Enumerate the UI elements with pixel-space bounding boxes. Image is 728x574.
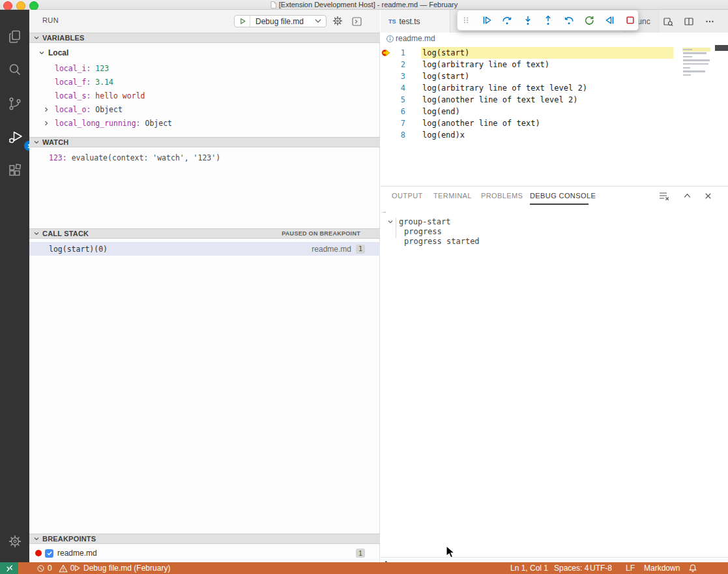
line-text[interactable]: log(another line of text) <box>422 117 540 129</box>
watch-expression-row[interactable]: 123: evaluate(context: 'watch', '123') <box>29 152 380 164</box>
code-line[interactable]: 6 log(end) <box>381 106 728 117</box>
continue-button[interactable] <box>482 15 492 25</box>
problems-status[interactable]: 0 0 <box>36 562 74 574</box>
open-debug-console-button[interactable] <box>351 16 362 26</box>
step-out-button[interactable] <box>543 15 553 25</box>
code-line[interactable]: 4 log(arbitrary line of text level 2) <box>381 82 728 94</box>
line-text[interactable]: log(arbitrary line of text level 2) <box>422 82 587 94</box>
variable-row[interactable]: local_long_running: Object <box>29 116 380 130</box>
eol-status[interactable]: LF <box>626 562 635 574</box>
launch-config-dropdown[interactable]: Debug file.md <box>234 15 327 27</box>
language-label: Markdown <box>644 562 680 574</box>
code-line[interactable]: 5 log(another line of text level 2) <box>381 94 728 106</box>
watch-section-header[interactable]: WATCH <box>29 137 380 147</box>
maximize-panel-button[interactable] <box>681 190 693 202</box>
tab-problems[interactable]: PROBLEMS <box>481 192 523 200</box>
step-back-button[interactable] <box>564 15 574 25</box>
line-number[interactable]: 7 <box>383 117 405 129</box>
minimap[interactable] <box>682 48 710 78</box>
console-row[interactable]: progress started <box>381 237 728 247</box>
line-text[interactable]: log(start) <box>422 70 469 82</box>
window-title: [Extension Development Host] - readme.md… <box>279 1 458 8</box>
editor-group: TS test.ts launc <box>381 10 728 562</box>
breakpoint-row[interactable]: readme.md 1 <box>29 547 380 559</box>
cursor-position-status[interactable]: Ln 1, Col 1 <box>510 562 548 574</box>
editor-scrollbar-thumb[interactable] <box>715 45 728 51</box>
code-line[interactable]: 1 log(start) <box>381 47 728 59</box>
clear-console-icon <box>658 190 669 202</box>
section-label: BREAKPOINTS <box>42 535 96 543</box>
line-number[interactable]: 6 <box>383 106 405 117</box>
start-debug-button[interactable] <box>235 16 250 27</box>
variable-row[interactable]: local_s: hello world <box>29 89 380 102</box>
code-line[interactable]: 7 log(another line of text) <box>381 117 728 129</box>
line-number[interactable]: 5 <box>383 94 405 106</box>
code-line[interactable]: 2 log(arbitrary line of text) <box>381 59 728 70</box>
sidebar-item-source-control[interactable] <box>7 95 23 112</box>
variable-row[interactable]: local_i: 123 <box>29 61 380 75</box>
split-editor-button[interactable] <box>682 14 696 29</box>
variables-section-header[interactable]: VARIABLES <box>29 33 380 43</box>
line-text[interactable]: log(arbitrary line of text) <box>422 59 549 70</box>
manage-settings-button[interactable] <box>7 533 23 550</box>
line-text[interactable]: log(end)x <box>422 129 465 141</box>
stack-frame-label: log(start)(0) <box>49 245 108 254</box>
chevron-down-icon <box>39 50 44 55</box>
step-over-button[interactable] <box>502 15 512 25</box>
line-number[interactable]: 4 <box>383 82 405 94</box>
tab-output[interactable]: OUTPUT <box>392 192 423 200</box>
variable-row[interactable]: local_f: 3.14 <box>29 75 380 89</box>
remote-indicator[interactable] <box>0 562 18 574</box>
breadcrumb[interactable]: readme.md <box>381 33 728 44</box>
sidebar-item-run-and-debug[interactable]: 1 <box>7 129 23 146</box>
tab-test-ts[interactable]: TS test.ts <box>381 10 450 33</box>
stack-frame-row[interactable]: log(start)(0) readme.md 1 <box>29 242 380 256</box>
language-mode-status[interactable]: Markdown <box>644 562 680 574</box>
call-stack-section-header[interactable]: CALL STACK PAUSED ON BREAKPOINT <box>29 228 380 239</box>
scope-local[interactable]: Local <box>29 46 380 59</box>
line-text[interactable]: log(another line of text level 2) <box>422 94 577 106</box>
code-line[interactable]: 3 log(start) <box>381 70 728 82</box>
variable-value: Object <box>145 119 173 128</box>
chevron-down-icon <box>34 35 39 40</box>
stop-button[interactable] <box>625 15 635 25</box>
tab-terminal[interactable]: TERMINAL <box>433 192 472 200</box>
indentation-status[interactable]: Spaces: 4 <box>554 562 589 574</box>
debug-console-icon <box>352 17 362 26</box>
tab-debug-console[interactable]: DEBUG CONSOLE <box>530 192 596 200</box>
close-panel-button[interactable] <box>702 190 714 202</box>
sidebar-item-extensions[interactable] <box>7 162 23 179</box>
clear-console-button[interactable] <box>658 190 669 202</box>
sidebar-item-search[interactable] <box>7 61 23 78</box>
breakpoints-section-header[interactable]: BREAKPOINTS <box>29 534 380 544</box>
play-icon <box>73 564 81 572</box>
line-number[interactable]: 2 <box>383 59 405 70</box>
more-actions-button[interactable] <box>703 14 717 29</box>
variable-name: local_o: <box>55 105 91 114</box>
console-row[interactable]: progress <box>381 227 728 237</box>
breakpoint-current-line-icon[interactable] <box>381 48 391 60</box>
configure-launch-button[interactable] <box>332 15 343 27</box>
line-number[interactable]: 8 <box>383 129 405 141</box>
toolbar-drag-handle[interactable] <box>461 15 471 25</box>
reverse-continue-button[interactable] <box>605 15 615 25</box>
variable-row[interactable]: local_o: Object <box>29 102 380 116</box>
notifications-button[interactable] <box>688 562 697 574</box>
line-text[interactable]: log(start) <box>422 47 469 59</box>
line-number[interactable]: 3 <box>383 70 405 82</box>
restart-button[interactable] <box>584 15 594 25</box>
run-panel-header: RUN Debug file.md <box>29 10 380 33</box>
breakpoint-file: readme.md <box>57 549 97 558</box>
breakpoint-checkbox[interactable] <box>45 549 53 558</box>
run-debug-sidebar: RUN Debug file.md VARIABLES <box>29 10 380 562</box>
encoding-status[interactable]: UTF-8 <box>590 562 612 574</box>
step-into-button[interactable] <box>523 15 533 25</box>
sidebar-item-explorer[interactable] <box>7 28 23 45</box>
code-line[interactable]: 8 log(end)x <box>381 129 728 141</box>
console-group-row[interactable]: group-start <box>381 217 728 227</box>
code-editor[interactable]: 1 log(start) 2 log(arbitrary line of tex… <box>381 44 728 186</box>
chevron-right-icon <box>44 121 49 126</box>
open-preview-button[interactable] <box>661 14 675 29</box>
line-text[interactable]: log(end) <box>422 106 460 117</box>
debug-target-status[interactable]: Debug file.md (February) <box>73 562 170 574</box>
